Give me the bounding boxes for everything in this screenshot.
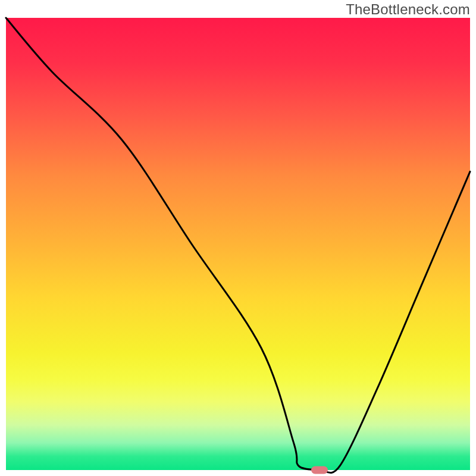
plot-area (6, 18, 470, 470)
attribution-text: TheBottleneck.com (346, 1, 470, 18)
curve-svg (6, 18, 470, 470)
optimal-marker (311, 466, 328, 474)
chart-container: TheBottleneck.com (0, 0, 476, 476)
bottleneck-curve-path (6, 18, 470, 473)
